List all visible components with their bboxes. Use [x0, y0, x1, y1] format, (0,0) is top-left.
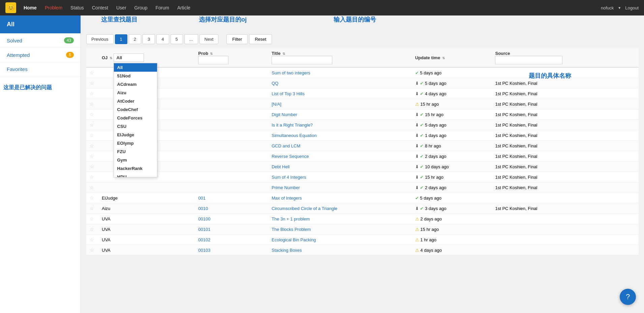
page-5-button[interactable]: 5: [171, 34, 183, 44]
title-link[interactable]: Simultaneous Equation: [272, 133, 317, 138]
star-icon[interactable]: ☆: [90, 70, 94, 75]
title-link[interactable]: Digit Number: [272, 112, 297, 117]
help-button[interactable]: ?: [620, 289, 636, 305]
title-link[interactable]: Ecological Bin Packing: [272, 237, 316, 242]
sidebar-item-favorites[interactable]: Favorites: [0, 62, 81, 76]
sidebar-all-button[interactable]: All: [0, 15, 81, 33]
star-icon[interactable]: ☆: [90, 185, 94, 190]
prob-link[interactable]: 001: [198, 196, 206, 201]
star-icon[interactable]: ☆: [90, 143, 94, 148]
nav-article[interactable]: Article: [173, 0, 194, 15]
star-icon[interactable]: ☆: [90, 101, 94, 107]
source-filter-input[interactable]: [495, 56, 562, 64]
star-icon[interactable]: ☆: [90, 80, 94, 86]
nav-user[interactable]: User: [112, 0, 130, 15]
page-2-button[interactable]: 2: [129, 34, 141, 44]
dd-all[interactable]: All: [114, 63, 157, 72]
star-icon[interactable]: ☆: [90, 237, 94, 242]
download-icon[interactable]: ⬇: [415, 154, 419, 159]
dd-codeforces[interactable]: CodeForces: [114, 114, 157, 122]
download-icon[interactable]: ⬇: [415, 143, 419, 148]
star-icon[interactable]: ☆: [90, 153, 94, 159]
download-icon[interactable]: ⬇: [415, 91, 419, 96]
logout-button[interactable]: Logout: [625, 5, 639, 10]
prob-link[interactable]: 0010: [198, 206, 208, 211]
star-icon[interactable]: ☆: [90, 216, 94, 221]
dd-gym[interactable]: Gym: [114, 156, 157, 164]
dd-eljudge[interactable]: ElJudge: [114, 131, 157, 139]
title-link[interactable]: Stacking Boxes: [272, 248, 302, 253]
star-icon[interactable]: ☆: [90, 112, 94, 117]
dd-csu[interactable]: CSU: [114, 122, 157, 131]
page-ellipsis-button[interactable]: ...: [184, 34, 198, 44]
filter-button[interactable]: Filter: [226, 34, 248, 44]
title-link[interactable]: Is it a Right Triangle?: [272, 123, 313, 128]
download-icon[interactable]: ⬇: [415, 164, 419, 169]
reset-button[interactable]: Reset: [249, 34, 272, 44]
oj-dropdown[interactable]: All: [114, 54, 144, 62]
star-icon[interactable]: ☆: [90, 247, 94, 253]
title-link[interactable]: Circumscribed Circle of a Triangle: [272, 206, 337, 211]
prob-link[interactable]: 00103: [198, 248, 210, 253]
nav-group[interactable]: Group: [130, 0, 152, 15]
dd-hackerrank[interactable]: HackerRank: [114, 164, 157, 173]
user-menu[interactable]: nofuck: [601, 5, 614, 10]
download-icon[interactable]: ⬇: [415, 133, 419, 138]
dd-codechef[interactable]: CodeChef: [114, 105, 157, 114]
page-3-button[interactable]: 3: [143, 34, 155, 44]
prob-link[interactable]: 00102: [198, 237, 210, 242]
sidebar-item-attempted[interactable]: Attempted 6: [0, 48, 81, 62]
title-link[interactable]: Sum of two integers: [272, 70, 310, 75]
nav-problem[interactable]: Problem: [41, 0, 66, 15]
prob-sort-icon[interactable]: ⇅: [210, 52, 213, 56]
prev-page-button[interactable]: Previous: [86, 34, 114, 44]
dd-aizu[interactable]: Aizu: [114, 89, 157, 97]
star-icon[interactable]: ☆: [90, 164, 94, 169]
title-link[interactable]: The 3n + 1 problem: [272, 216, 310, 221]
title-filter-input[interactable]: [272, 56, 332, 64]
star-icon[interactable]: ☆: [90, 195, 94, 201]
title-link[interactable]: QQ: [272, 81, 278, 86]
download-icon[interactable]: ⬇: [415, 123, 419, 128]
title-link[interactable]: Prime Number: [272, 185, 300, 190]
dd-hdu[interactable]: HDU: [114, 173, 157, 177]
prob-link[interactable]: 00101: [198, 227, 210, 232]
title-link[interactable]: Reverse Sequence: [272, 154, 309, 159]
star-icon[interactable]: ☆: [90, 122, 94, 128]
star-icon[interactable]: ☆: [90, 206, 94, 211]
star-icon[interactable]: ☆: [90, 133, 94, 138]
dd-eolymp[interactable]: EOlymp: [114, 139, 157, 147]
dd-acdream[interactable]: ACdream: [114, 80, 157, 89]
dd-51nod[interactable]: 51Nod: [114, 72, 157, 80]
download-icon[interactable]: ⬇: [415, 175, 419, 180]
prob-link[interactable]: 00100: [198, 216, 210, 221]
nav-contest[interactable]: Contest: [88, 0, 112, 15]
page-1-button[interactable]: 1: [115, 34, 127, 44]
title-link[interactable]: Max of Integers: [272, 196, 302, 201]
page-4-button[interactable]: 4: [156, 34, 169, 44]
nav-forum[interactable]: Forum: [151, 0, 173, 15]
nav-status[interactable]: Status: [66, 0, 88, 15]
download-icon[interactable]: ⬇: [415, 206, 419, 211]
star-icon[interactable]: ☆: [90, 227, 94, 232]
update-time-sort-icon[interactable]: ⇅: [442, 56, 445, 60]
title-link[interactable]: The Blocks Problem: [272, 227, 311, 232]
title-link[interactable]: [N/A]: [272, 102, 281, 107]
download-icon[interactable]: ⬇: [415, 81, 419, 86]
download-icon[interactable]: ⬇: [415, 185, 419, 190]
title-sort-icon[interactable]: ⇅: [282, 52, 285, 56]
download-icon[interactable]: ⬇: [415, 112, 419, 117]
title-link[interactable]: Debt Hell: [272, 164, 289, 169]
oj-dropdown-list[interactable]: All 51Nod ACdream Aizu AtCoder CodeChef …: [114, 63, 157, 177]
user-dropdown-icon[interactable]: ▼: [618, 6, 621, 10]
title-link[interactable]: List of Top 3 Hills: [272, 91, 305, 96]
nav-home[interactable]: Home: [20, 0, 41, 15]
star-icon[interactable]: ☆: [90, 91, 94, 96]
dd-atcoder[interactable]: AtCoder: [114, 97, 157, 105]
title-link[interactable]: GCD and LCM: [272, 143, 300, 148]
sidebar-item-solved[interactable]: Solved 43: [0, 33, 81, 48]
oj-sort-icon[interactable]: ⇅: [110, 56, 112, 60]
title-link[interactable]: Sum of 4 Integers: [272, 175, 306, 180]
dd-fzu[interactable]: FZU: [114, 147, 157, 156]
star-icon[interactable]: ☆: [90, 174, 94, 180]
